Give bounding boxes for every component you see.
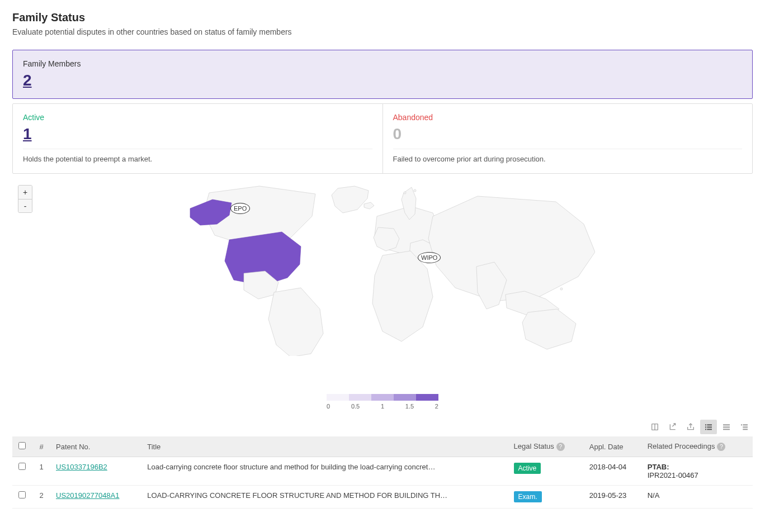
svg-rect-15	[743, 424, 748, 425]
table-toolbar	[12, 417, 753, 436]
divider	[23, 149, 372, 149]
svg-point-0	[404, 192, 406, 194]
abandoned-desc: Failed to overcome prior art during pros…	[393, 155, 743, 163]
map-legend: 00.511.52	[12, 394, 753, 410]
col-patent[interactable]: Patent No.	[51, 436, 143, 457]
abandoned-value: 0	[393, 125, 743, 143]
svg-rect-14	[741, 424, 742, 425]
col-title[interactable]: Title	[143, 436, 509, 457]
active-label: Active	[23, 113, 372, 122]
col-proc[interactable]: Related Proceedings?	[643, 436, 753, 457]
svg-rect-12	[723, 426, 730, 428]
svg-rect-13	[723, 429, 730, 430]
row-num: 2	[31, 486, 51, 509]
divider	[393, 149, 743, 149]
world-map[interactable]: + - EPO WIPO	[12, 183, 753, 390]
status-badge: Active	[514, 463, 541, 474]
epo-bubble[interactable]: EPO	[230, 203, 250, 214]
abandoned-box: Abandoned 0 Failed to overcome prior art…	[382, 104, 753, 173]
family-members-card: Family Members 2	[12, 50, 753, 99]
col-appl[interactable]: Appl. Date	[585, 436, 643, 457]
legend-tick: 1.5	[405, 403, 414, 410]
select-all-checkbox[interactable]	[18, 442, 26, 449]
col-checkbox	[12, 436, 31, 457]
list-detailed-icon[interactable]	[700, 420, 717, 434]
active-box: Active 1 Holds the potential to preempt …	[13, 104, 382, 173]
book-icon[interactable]	[646, 420, 663, 434]
page-subtitle: Evaluate potential disputes in other cou…	[12, 27, 753, 36]
active-value[interactable]: 1	[23, 125, 32, 143]
table-row: 2US20190277048A1LOAD-CARRYING CONCRETE F…	[12, 486, 753, 509]
row-title: Load-carrying concrete floor structure a…	[143, 457, 509, 486]
svg-rect-7	[705, 426, 706, 428]
svg-rect-17	[743, 429, 748, 430]
zoom-in-button[interactable]: +	[18, 186, 32, 199]
row-appl-date: 2019-05-23	[585, 486, 643, 509]
share-icon[interactable]	[682, 420, 699, 434]
col-num[interactable]: #	[31, 436, 51, 457]
export-icon[interactable]	[664, 420, 681, 434]
svg-rect-9	[705, 429, 706, 430]
legend-tick: 0	[327, 403, 330, 410]
svg-rect-6	[707, 424, 712, 425]
table-row: 1US10337196B2Load-carrying concrete floo…	[12, 457, 753, 486]
page-title: Family Status	[12, 11, 753, 24]
svg-rect-5	[705, 424, 706, 425]
status-badge: Exam.	[514, 491, 542, 502]
row-proceedings: PTAB:IPR2021-00467	[643, 457, 753, 486]
help-icon[interactable]: ?	[556, 443, 565, 451]
patent-link[interactable]: US10337196B2	[56, 463, 107, 471]
legend-tick: 2	[435, 403, 438, 410]
list-indent-icon[interactable]	[736, 420, 753, 434]
svg-point-2	[560, 288, 563, 290]
family-members-value[interactable]: 2	[23, 72, 32, 89]
svg-rect-8	[707, 426, 712, 428]
patent-link[interactable]: US20190277048A1	[56, 491, 120, 500]
list-rows-icon[interactable]	[718, 420, 735, 434]
active-desc: Holds the potential to preempt a market.	[23, 155, 372, 163]
row-title: LOAD-CARRYING CONCRETE FLOOR STRUCTURE A…	[143, 486, 509, 509]
zoom-out-button[interactable]: -	[18, 199, 32, 212]
stats-row: Active 1 Holds the potential to preempt …	[12, 103, 753, 174]
row-checkbox[interactable]	[18, 463, 26, 470]
col-legal[interactable]: Legal Status?	[509, 436, 585, 457]
svg-rect-11	[723, 424, 730, 425]
help-icon[interactable]: ?	[717, 443, 725, 451]
row-checkbox[interactable]	[18, 491, 26, 498]
svg-rect-10	[707, 429, 712, 430]
wipo-bubble[interactable]: WIPO	[418, 252, 441, 263]
zoom-controls: + -	[18, 185, 32, 213]
svg-point-1	[414, 189, 416, 192]
abandoned-label: Abandoned	[393, 113, 743, 122]
family-table: # Patent No. Title Legal Status? Appl. D…	[12, 436, 753, 509]
legend-tick: 1	[381, 403, 384, 410]
legend-tick: 0.5	[351, 403, 360, 410]
svg-rect-16	[743, 426, 748, 428]
row-num: 1	[31, 457, 51, 486]
row-proceedings: N/A	[643, 486, 753, 509]
row-appl-date: 2018-04-04	[585, 457, 643, 486]
family-members-label: Family Members	[23, 59, 742, 68]
